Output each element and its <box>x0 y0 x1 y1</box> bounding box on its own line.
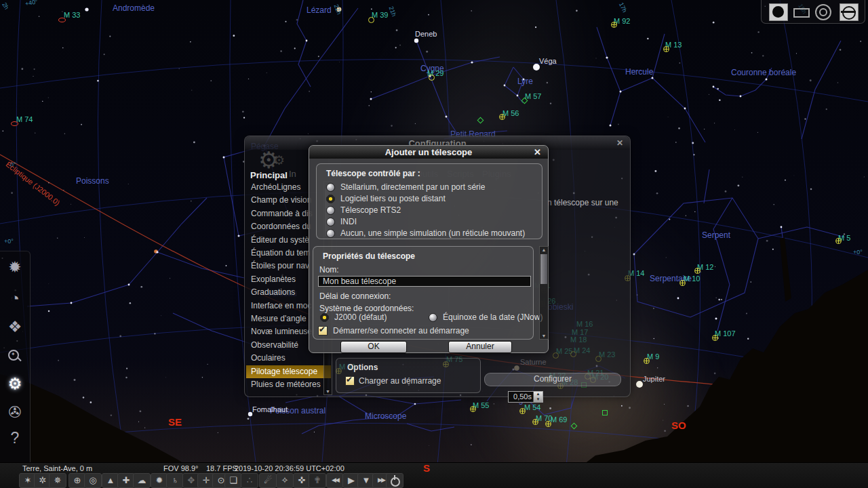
sky-viewing-options-icon[interactable]: ❖ <box>0 315 30 338</box>
stellarium-app: AndromèdeLézardCygneLyreHerculeCouronne … <box>0 0 868 488</box>
add-telescope-dialog[interactable]: Ajouter un télescope ✕ Télescope contrôl… <box>309 145 549 353</box>
delay-label: Délai de connexion: <box>319 291 391 301</box>
help-icon[interactable]: ? <box>0 426 30 449</box>
connect-at-startup-label: Démarrer/se connecter au démarrage <box>333 326 469 336</box>
radio-button-icon[interactable] <box>429 313 437 322</box>
radio-button-icon[interactable] <box>326 183 335 192</box>
radio-j2000-d-faut-[interactable]: J2000 (défaut) <box>320 312 387 322</box>
radio-button-icon[interactable] <box>326 218 335 226</box>
bottom-bar: Terre, Saint-Ave, 0 m FOV 98.9° 18.7 FPS… <box>0 462 868 488</box>
options-legend: Options <box>347 363 378 372</box>
gear-icon: ⚙ <box>273 154 285 167</box>
name-label: Nom: <box>319 265 339 274</box>
plugin-item-pilotage-t-lescope[interactable]: Pilotage télescope <box>246 365 331 378</box>
radio-button-icon[interactable] <box>326 195 335 203</box>
date-time-icon[interactable]: ◔ <box>0 287 30 310</box>
controlled-by-group: Télescope contrôlé par : Stellarium, dir… <box>316 163 542 239</box>
fov-status[interactable]: FOV 98.9° <box>163 464 198 472</box>
configure-plugin-button[interactable]: Configurer <box>484 373 621 386</box>
controlled-by-legend: Télescope contrôlé par : <box>326 169 420 178</box>
ocular-popup-icon[interactable] <box>840 3 859 21</box>
plugin-options-group: Options Charger au démarrage <box>336 358 481 393</box>
radio-button-icon[interactable] <box>326 229 335 238</box>
load-at-startup-checkbox[interactable] <box>345 376 355 386</box>
radio-label: J2000 (défaut) <box>334 312 387 322</box>
radio-label: Aucun, une simple simulation (un réticul… <box>340 228 525 238</box>
name-input[interactable]: Mon beau télescope <box>318 276 531 287</box>
tab-in[interactable]: In <box>289 169 296 179</box>
radio-logiciel-tiers-ou-poste-distan[interactable]: Logiciel tiers ou poste distant <box>326 194 446 203</box>
plugin-description-fragment: n télescope sur une <box>547 198 618 207</box>
location-status[interactable]: Terre, Saint-Ave, 0 m <box>22 464 92 472</box>
ocular-view-icon[interactable] <box>769 3 788 21</box>
coord-system-label: Système de coordonnées: <box>319 304 414 313</box>
close-icon[interactable]: ✕ <box>534 147 541 157</box>
tab-principal[interactable]: Principal <box>250 170 288 180</box>
fps-status: 18.7 FPS <box>206 464 237 472</box>
radio--quinoxe-de-la-date-jnow-[interactable]: Équinoxe de la date (JNow) <box>429 312 542 322</box>
planet-labels-button[interactable]: ♄ <box>166 473 184 488</box>
cancel-button[interactable]: Annuler <box>448 341 512 353</box>
radio-label: Logiciel tiers ou poste distant <box>340 194 446 203</box>
configuration-icon[interactable]: ⚙ <box>0 372 30 395</box>
left-toolbar: ✹◔❖✦⚙✇? <box>0 251 31 463</box>
rewind-time-button[interactable]: ◀◀ <box>326 473 344 488</box>
astronomical-calculations-icon[interactable]: ✇ <box>0 401 30 424</box>
radio-label: Télescope RTS2 <box>340 205 401 215</box>
ok-button[interactable]: OK <box>340 341 407 353</box>
scripts-console-button[interactable]: ✟ <box>309 473 326 488</box>
dialog-scrollbar[interactable]: ▲ ▼ <box>539 246 549 340</box>
properties-legend: Propriétés du télescope <box>323 251 415 261</box>
radio-indi[interactable]: INDI <box>326 217 357 226</box>
azimuthal-grid-button[interactable]: ◎ <box>84 473 102 488</box>
search-icon[interactable]: ✦ <box>8 350 22 363</box>
meteor-showers-button[interactable]: ☄ <box>259 473 277 488</box>
radio-button-icon[interactable] <box>326 206 335 215</box>
satellite-hints-button[interactable]: ∴ <box>241 473 258 488</box>
spinner-arrows-icon[interactable]: ▲▼ <box>533 392 542 402</box>
telescope-properties-group: Propriétés du télescope Nom: Mon beau té… <box>313 246 534 340</box>
load-at-startup-label: Charger au démarrage <box>359 376 441 386</box>
oculars-toolbar <box>761 0 865 24</box>
delay-spinbox[interactable]: 0,50s ▲▼ <box>508 391 543 403</box>
location-icon[interactable]: ✹ <box>0 256 30 279</box>
sensor-frame-icon[interactable] <box>793 8 810 18</box>
plugin-item-oculaires[interactable]: Oculaires <box>246 352 331 365</box>
radio-label: INDI <box>340 217 357 226</box>
dialog-title: Ajouter un télescope <box>309 147 548 157</box>
fullscreen-button[interactable]: ❏ <box>224 473 242 488</box>
radio-stellarium-directement-par-un-[interactable]: Stellarium, directement par un port séri… <box>326 182 485 192</box>
plugin-item-pluies-de-m-t-ores[interactable]: Pluies de météores <box>246 378 331 391</box>
bottom-toolbar: ✶✲✵⊕◎▲✚☁✹♄✥✛⊙❏∴☄✧✜✟◀◀▶▼▶▶ <box>0 463 868 478</box>
connect-at-startup-row[interactable]: Démarrer/se connecter au démarrage <box>318 326 469 336</box>
radio-aucun-une-simple-simulation-un[interactable]: Aucun, une simple simulation (un réticul… <box>326 228 525 238</box>
radio-t-lescope-rts2[interactable]: Télescope RTS2 <box>326 205 401 215</box>
radio-button-icon[interactable] <box>320 313 329 322</box>
meteor-search-button[interactable]: ✧ <box>276 473 294 488</box>
close-icon[interactable]: ✕ <box>616 138 623 148</box>
constellation-art-button[interactable]: ✵ <box>49 473 66 488</box>
datetime-status[interactable]: 2019-10-20 20:36:59 UTC+02:00 <box>235 464 344 472</box>
radio-label: Stellarium, directement par un port séri… <box>340 182 485 192</box>
quit-button[interactable] <box>386 473 403 488</box>
atmosphere-button[interactable]: ☁ <box>133 473 151 488</box>
telrad-view-icon[interactable] <box>815 4 831 20</box>
connect-at-startup-checkbox[interactable] <box>318 326 328 336</box>
radio-label: Équinoxe de la date (JNow) <box>443 312 542 322</box>
